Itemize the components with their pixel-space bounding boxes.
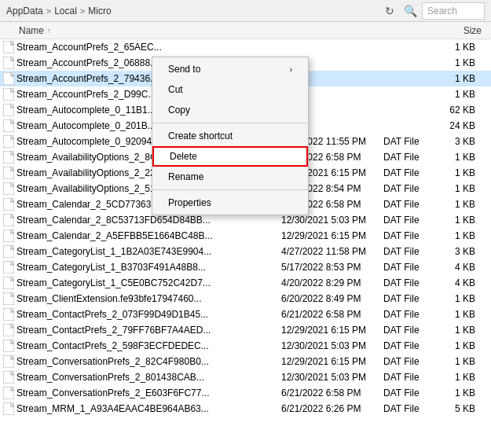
breadcrumb-actions: ↻ 🔍 Search: [381, 2, 485, 20]
file-date-cell: 5/17/2022 8:53 PM: [281, 262, 383, 273]
file-row[interactable]: Stream_ContactPrefs_2_79FF76BF7A4AED...1…: [0, 322, 491, 338]
file-row[interactable]: Stream_ConversationPrefs_2_E603F6FC77...…: [0, 385, 491, 401]
file-type-cell: DAT File: [383, 262, 434, 273]
file-size-cell: 1 KB: [434, 89, 482, 100]
context-menu-item-rename[interactable]: Rename: [152, 167, 308, 187]
file-date-cell: 12/29/2021 6:15 PM: [281, 230, 383, 241]
file-size-cell: 1 KB: [434, 199, 482, 210]
file-row[interactable]: Stream_ConversationPrefs_2_82C4F980B0...…: [0, 354, 491, 369]
file-size-cell: 1 KB: [434, 325, 482, 336]
file-icon: [3, 277, 16, 289]
refresh-button[interactable]: ↻: [381, 2, 398, 20]
file-size-cell: 1 KB: [434, 215, 482, 226]
column-name-header[interactable]: Name ↑: [3, 25, 290, 36]
file-name-cell: Stream_Calendar_2_8C53713FD654D84BB...: [3, 214, 281, 226]
file-name-cell: Stream_ContactPrefs_2_073F99D49D1B45...: [3, 308, 281, 321]
search-box[interactable]: Search: [422, 2, 485, 20]
file-size-cell: 62 KB: [434, 105, 482, 116]
file-row[interactable]: Stream_CategoryList_1_1B2A03E743E9904...…: [0, 244, 491, 259]
file-date-cell: 6/21/2022 6:26 PM: [281, 403, 383, 414]
file-name-cell: Stream_CategoryList_1_B3703F491A48B8...: [3, 261, 281, 274]
file-type-cell: DAT File: [383, 387, 434, 398]
file-date-cell: 12/29/2021 6:15 PM: [281, 356, 383, 367]
file-icon: [3, 135, 16, 148]
file-type-cell: DAT File: [383, 215, 434, 226]
file-name-cell: Stream_ConversationPrefs_2_E603F6FC77...: [3, 387, 281, 399]
context-menu-item-label: Copy: [168, 105, 190, 116]
context-menu-item-label: Delete: [170, 151, 197, 162]
file-type-cell: DAT File: [383, 340, 434, 351]
file-date-cell: 6/21/2022 6:58 PM: [281, 387, 383, 398]
file-type-cell: DAT File: [383, 230, 434, 241]
file-type-cell: DAT File: [383, 136, 434, 147]
context-menu-item-label: Create shortcut: [168, 130, 233, 141]
file-icon: [3, 198, 16, 211]
file-date-cell: 6/21/2022 6:58 PM: [281, 309, 383, 320]
file-size-cell: 1 KB: [434, 340, 482, 351]
file-icon: [3, 324, 16, 336]
file-row[interactable]: Stream_ClientExtension.fe93bfe17947460..…: [0, 291, 491, 307]
file-size-cell: 1 KB: [434, 387, 482, 398]
file-date-cell: 12/30/2021 5:03 PM: [281, 215, 383, 226]
search-label: Search: [427, 6, 457, 17]
file-type-cell: DAT File: [383, 325, 434, 336]
file-type-cell: DAT File: [383, 293, 434, 304]
file-icon: [3, 72, 16, 85]
file-icon: [3, 245, 16, 258]
file-icon: [3, 151, 16, 163]
file-size-cell: 3 KB: [434, 136, 482, 147]
sort-arrow: ↑: [47, 27, 51, 35]
file-name-cell: Stream_ContactPrefs_2_79FF76BF7A4AED...: [3, 324, 281, 336]
context-menu-item-properties[interactable]: Properties: [152, 193, 308, 213]
context-menu-item-create-shortcut[interactable]: Create shortcut: [152, 126, 308, 146]
file-size-cell: 24 KB: [434, 120, 482, 131]
file-type-cell: DAT File: [383, 403, 434, 414]
file-size-cell: 1 KB: [434, 183, 482, 194]
file-icon: [3, 402, 16, 415]
file-name-cell: Stream_ConversationPrefs_2_801438CAB...: [3, 371, 281, 384]
file-size-cell: 1 KB: [434, 152, 482, 163]
file-date-cell: 4/20/2022 8:29 PM: [281, 277, 383, 288]
context-menu-item-label: Send to: [168, 64, 200, 75]
file-type-cell: DAT File: [383, 372, 434, 383]
file-size-cell: 1 KB: [434, 356, 482, 367]
context-menu-item-label: Properties: [168, 197, 211, 208]
context-menu-item-cut[interactable]: Cut: [152, 79, 308, 100]
file-name-cell: Stream_MRM_1_A93A4EAAC4BE964AB63...: [3, 402, 281, 415]
file-date-cell: 12/30/2021 5:03 PM: [281, 340, 383, 351]
file-row[interactable]: Stream_ContactPrefs_2_598F3ECFDEDEC...12…: [0, 338, 491, 354]
breadcrumb-part-3[interactable]: Micro: [88, 6, 111, 17]
file-name-cell: Stream_CategoryList_1_C5E0BC752C42D7...: [3, 277, 281, 289]
file-name-cell: Stream_ClientExtension.fe93bfe17947460..…: [3, 292, 281, 305]
context-menu-item-delete[interactable]: Delete: [152, 146, 308, 167]
file-row[interactable]: Stream_Calendar_2_A5EFBB5E1664BC48B...12…: [0, 228, 491, 244]
file-icon: [3, 230, 16, 242]
context-menu-separator: [152, 189, 308, 190]
file-date-cell: 12/29/2021 6:15 PM: [281, 325, 383, 336]
context-menu-item-send-to[interactable]: Send to›: [152, 59, 308, 79]
breadcrumb-sep-2: >: [80, 6, 85, 16]
file-icon: [3, 292, 16, 305]
file-name-cell: Stream_CategoryList_1_1B2A03E743E9904...: [3, 245, 281, 258]
context-menu-separator: [152, 123, 308, 123]
file-size-cell: 1 KB: [434, 167, 482, 178]
context-menu-item-label: Rename: [168, 171, 203, 182]
file-size-cell: 3 KB: [434, 246, 482, 257]
file-row[interactable]: Stream_MRM_1_A93A4EAAC4BE964AB63...6/21/…: [0, 401, 491, 417]
file-row[interactable]: Stream_CategoryList_1_C5E0BC752C42D7...4…: [0, 275, 491, 291]
file-name-cell: Stream_ConversationPrefs_2_82C4F980B0...: [3, 355, 281, 368]
column-header: Name ↑ Size: [0, 22, 491, 39]
context-menu-item-copy[interactable]: Copy: [152, 100, 308, 120]
file-row[interactable]: Stream_AccountPrefs_2_65AEC...1 KB: [0, 39, 491, 55]
search-button[interactable]: 🔍: [401, 2, 419, 20]
file-icon: [3, 340, 16, 352]
breadcrumb-part-2[interactable]: Local: [54, 6, 77, 17]
file-name-cell: Stream_ContactPrefs_2_598F3ECFDEDEC...: [3, 340, 281, 352]
file-row[interactable]: Stream_ConversationPrefs_2_801438CAB...1…: [0, 369, 491, 385]
column-size-header[interactable]: Size: [442, 25, 488, 36]
file-type-cell: DAT File: [383, 309, 434, 320]
file-row[interactable]: Stream_ContactPrefs_2_073F99D49D1B45...6…: [0, 307, 491, 322]
breadcrumb-sep-1: >: [46, 6, 51, 16]
breadcrumb-part-1[interactable]: AppData: [6, 6, 43, 17]
file-row[interactable]: Stream_CategoryList_1_B3703F491A48B8...5…: [0, 259, 491, 275]
